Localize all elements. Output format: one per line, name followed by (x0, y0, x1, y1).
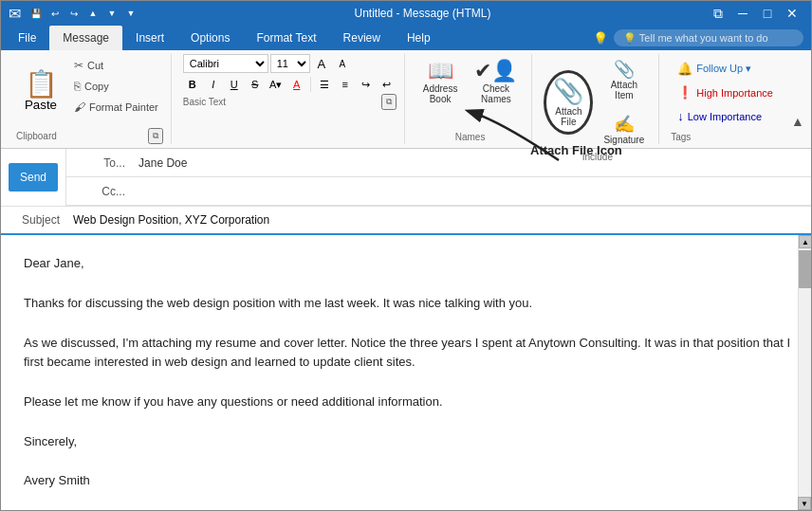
names-tools: 📖 AddressBook ✔👤 CheckNames (416, 54, 525, 130)
copy-button[interactable]: ⎘ Copy (69, 77, 163, 96)
ribbon-collapse-btn[interactable]: ▲ (791, 114, 804, 129)
app-icon: ✉ (9, 5, 21, 23)
bold-button[interactable]: B (183, 75, 202, 94)
scroll-up-btn[interactable]: ▲ (799, 235, 812, 248)
cc-input[interactable] (133, 181, 811, 202)
copy-icon: ⎘ (74, 80, 81, 93)
send-button[interactable]: Send (9, 163, 58, 192)
basic-text-dialog-launcher[interactable]: ⧉ (381, 94, 397, 110)
names-group: 📖 AddressBook ✔👤 CheckNames Names (409, 54, 533, 144)
underline-button[interactable]: U (225, 75, 244, 94)
cc-label: Cc... (66, 185, 133, 198)
to-cc-area: To... Cc... (66, 149, 811, 206)
tab-options[interactable]: Options (177, 26, 243, 50)
divider-1 (310, 77, 311, 92)
tags-label: Tags (671, 132, 691, 144)
up-btn[interactable]: ▲ (85, 6, 101, 21)
ribbon-collapse-area: ▲ (791, 54, 804, 144)
numbering-btn[interactable]: ≡ (336, 75, 355, 94)
format-painter-button[interactable]: 🖌 Format Painter (69, 98, 163, 117)
paste-label: Paste (25, 98, 57, 112)
minimize-btn[interactable]: ─ (731, 2, 754, 25)
font-size-select[interactable]: 11 (270, 54, 310, 73)
follow-up-button[interactable]: 🔔 Follow Up ▾ (671, 58, 758, 80)
subject-label: Subject (1, 213, 67, 227)
format-painter-icon: 🖌 (74, 100, 85, 114)
attach-file-button[interactable]: 📎 AttachFile (544, 70, 593, 135)
italic-button[interactable]: I (204, 75, 223, 94)
scrollbar-thumb[interactable] (799, 250, 812, 288)
format-row-1: Calibri 11 A A (183, 54, 397, 73)
cut-button[interactable]: ✂ Cut (69, 56, 163, 75)
paperclip-icon: 📎 (553, 77, 583, 106)
basic-text-group: Calibri 11 A A B I U S A▾ A ☰ (175, 54, 405, 144)
to-input[interactable] (133, 153, 811, 173)
body-signature: Avery Smith (24, 471, 792, 491)
subject-input[interactable] (67, 210, 811, 230)
outlook-window: ✉ 💾 ↩ ↪ ▲ ▼ ▼ Untitled - Message (HTML) … (0, 0, 812, 511)
format-row-2: B I U S A▾ A ☰ ≡ ↪ ↩ (183, 75, 397, 94)
attach-item-icon: 📎 (614, 59, 635, 80)
high-importance-button[interactable]: ❗ High Importance (671, 82, 780, 103)
tab-review[interactable]: Review (330, 26, 394, 50)
send-area: Send (1, 149, 66, 206)
attach-item-button[interactable]: 📎 AttachItem (597, 54, 651, 105)
customize-btn[interactable]: ▼ (123, 6, 138, 21)
scroll-down-btn[interactable]: ▼ (798, 497, 811, 510)
subject-row: Subject (1, 207, 811, 235)
highlight-btn[interactable]: A▾ (267, 75, 286, 94)
address-book-button[interactable]: 📖 AddressBook (416, 54, 465, 109)
font-family-select[interactable]: Calibri (183, 54, 268, 73)
tab-message[interactable]: Message (49, 26, 122, 50)
tags-group: 🔔 Follow Up ▾ ❗ High Importance ↓ Low Im… (663, 54, 787, 144)
tell-me-input[interactable] (614, 29, 803, 46)
to-label: To... (66, 156, 133, 170)
title-bar-left: ✉ 💾 ↩ ↪ ▲ ▼ ▼ (9, 5, 138, 23)
body-container: Dear Jane, Thanks for discussing the web… (1, 235, 811, 510)
bullets-btn[interactable]: ☰ (315, 75, 334, 94)
clipboard-dialog-launcher[interactable]: ⧉ (148, 128, 163, 144)
redo-btn[interactable]: ↪ (66, 6, 82, 21)
email-body[interactable]: Dear Jane, Thanks for discussing the web… (1, 235, 811, 510)
clipboard-sub: ✂ Cut ⎘ Copy 🖌 Format Painter (69, 54, 163, 128)
compose-area: Send To... Cc... Subject Dear Jan (1, 149, 811, 510)
flag-icon: 🔔 (677, 62, 692, 76)
cut-icon: ✂ (74, 59, 83, 72)
restore-btn[interactable]: ⧉ (707, 2, 729, 25)
color-btn[interactable]: A (287, 75, 306, 94)
undo-btn[interactable]: ↩ (47, 6, 63, 21)
low-importance-icon: ↓ (677, 109, 684, 123)
save-quick-btn[interactable]: 💾 (28, 6, 44, 21)
signature-icon: ✍ (614, 114, 635, 135)
signature-button[interactable]: ✍ Signature (597, 109, 651, 150)
check-names-button[interactable]: ✔👤 CheckNames (468, 54, 524, 109)
title-bar: ✉ 💾 ↩ ↪ ▲ ▼ ▼ Untitled - Message (HTML) … (1, 1, 811, 26)
window-controls: ⧉ ─ □ ✕ (707, 2, 803, 25)
tab-help[interactable]: Help (394, 26, 444, 50)
tab-insert[interactable]: Insert (122, 26, 177, 50)
indent-more-btn[interactable]: ↪ (357, 75, 376, 94)
tell-me-area: 💡 (585, 26, 811, 50)
to-row: To... (66, 149, 811, 177)
ribbon-tabs: File Message Insert Options Format Text … (1, 26, 448, 50)
check-names-label: CheckNames (481, 83, 511, 104)
high-importance-icon: ❗ (677, 85, 692, 100)
paste-button[interactable]: 📋 Paste (16, 54, 65, 128)
low-importance-button[interactable]: ↓ Low Importance (671, 105, 768, 127)
body-greeting: Dear Jane, (24, 254, 792, 274)
cc-row: Cc... (66, 177, 811, 206)
maximize-btn[interactable]: □ (756, 2, 779, 25)
tags-tools: 🔔 Follow Up ▾ ❗ High Importance ↓ Low Im… (671, 54, 780, 130)
tab-file[interactable]: File (5, 26, 49, 50)
strikethrough-btn[interactable]: S (246, 75, 265, 94)
font-grow-btn[interactable]: A (312, 54, 331, 73)
scrollbar-track: ▲ ▼ (798, 235, 811, 510)
ribbon-content: 📋 Paste ✂ Cut ⎘ Copy 🖌 Format Painter (1, 50, 811, 149)
address-book-icon: 📖 (428, 59, 453, 83)
tab-format-text[interactable]: Format Text (243, 26, 329, 50)
indent-less-btn[interactable]: ↩ (378, 75, 397, 94)
down-btn[interactable]: ▼ (104, 6, 120, 21)
font-shrink-btn[interactable]: A (333, 54, 352, 73)
close-btn[interactable]: ✕ (781, 2, 803, 25)
check-names-icon: ✔👤 (474, 59, 517, 83)
